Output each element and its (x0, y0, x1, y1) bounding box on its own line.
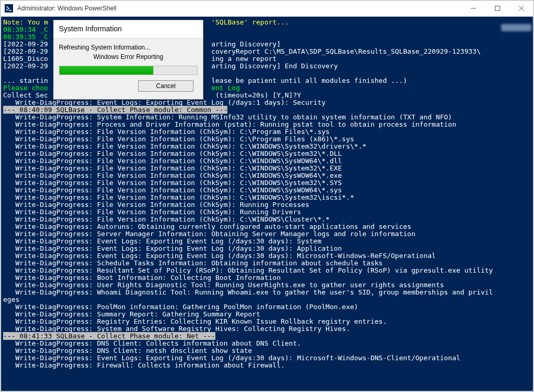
terminal-line: Write-DiagProgress: File Version Informa… (3, 209, 531, 216)
terminal-line: Write-DiagProgress: Event Logs: Exportin… (3, 252, 531, 260)
terminal-line: Write-DiagProgress: Registry Entries: Co… (3, 318, 531, 325)
terminal-line: Write-DiagProgress: File Version Informa… (3, 201, 531, 209)
terminal-line: Write-DiagProgress: DNS Client: Collects… (3, 340, 531, 347)
terminal-line: Write-DiagProgress: File Version Informa… (3, 157, 531, 165)
titlebar[interactable]: Administrator: Windows PowerShell (1, 1, 533, 17)
terminal-line: Write-DiagProgress: System and Software … (3, 325, 531, 333)
terminal-line: --- 08:40:09 SQLBase - Collect Phase mod… (3, 106, 531, 114)
terminal-line: Write-DiagProgress: Summary Report: Gath… (3, 311, 531, 318)
terminal-line: Write-DiagProgress: File Version Informa… (3, 150, 531, 157)
powershell-window: Administrator: Windows PowerShell Note: … (0, 0, 534, 392)
terminal-line: Write-DiagProgress: File Version Informa… (3, 216, 531, 223)
terminal-line: eges (3, 296, 531, 303)
terminal-line: Write-DiagProgress: PoolMon information:… (3, 303, 531, 311)
terminal-line: Write-DiagProgress: Boot Information: Co… (3, 274, 531, 281)
terminal-line: Write-DiagProgress: Schedule Tasks Infor… (3, 260, 531, 267)
terminal-line: Write-DiagProgress: Event Logs: Exportin… (3, 238, 531, 245)
terminal-line: Write-DiagProgress: File Version Informa… (3, 172, 531, 179)
dialog-body: Refreshing System Information... Windows… (54, 39, 203, 99)
svg-rect-3 (495, 6, 500, 11)
terminal-line: Write-DiagProgress: Event Logs: Exportin… (3, 99, 531, 106)
dialog-status-line: Refreshing System Information... (59, 44, 198, 51)
terminal-line: Write-DiagProgress: Resultant Set of Pol… (3, 267, 531, 274)
progress-bar (59, 66, 198, 75)
terminal-line: Write-DiagProgress: File Version Informa… (3, 143, 531, 150)
terminal-line: Write-DiagProgress: Server Manager Infor… (3, 230, 531, 238)
terminal-line: Write-DiagProgress: File Version Informa… (3, 194, 531, 201)
dialog-title: System Information (54, 20, 203, 39)
terminal-line: Write-DiagProgress: File Version Informa… (3, 179, 531, 187)
maximize-button[interactable] (486, 1, 509, 16)
redacted-region (501, 24, 531, 31)
system-information-dialog: System Information Refreshing System Inf… (53, 20, 203, 100)
close-button[interactable] (509, 1, 533, 16)
window-title: Administrator: Windows PowerShell (17, 5, 462, 12)
minimize-button[interactable] (462, 1, 486, 16)
terminal-line: Write-DiagProgress: User Rights Diagnost… (3, 281, 531, 289)
terminal-line: Write-DiagProgress: Event Logs: Exportin… (3, 245, 531, 252)
terminal-line: Write-DiagProgress: Process and Driver I… (3, 121, 531, 128)
dialog-subtask: Windows Error Reporting (59, 53, 198, 60)
terminal-line: Write-DiagProgress: Autoruns: Obtaining … (3, 223, 531, 230)
terminal-line: Write-DiagProgress: File Version Informa… (3, 128, 531, 136)
terminal-line: Write-DiagProgress: Whoami Diagnostic To… (3, 289, 531, 296)
terminal-line: --- 08:41:33 SQLBase - Collect Phase mod… (3, 333, 531, 340)
terminal-line: Write-DiagProgress: File Version Informa… (3, 187, 531, 194)
terminal-line: Write-DiagProgress: Event Logs: Exportin… (3, 354, 531, 362)
terminal-line: Write-DiagProgress: DNS Client: netsh dn… (3, 347, 531, 354)
progress-bar-fill (59, 66, 153, 75)
window-controls (462, 1, 533, 16)
powershell-icon (5, 4, 13, 13)
terminal-line: Write-DiagProgress: Firewall: Collects i… (3, 362, 531, 369)
terminal-line: Write-DiagProgress: System Information: … (3, 114, 531, 121)
cancel-button[interactable]: Cancel (138, 80, 193, 92)
terminal-line: Write-DiagProgress: File Version Informa… (3, 136, 531, 143)
terminal-line: Write-DiagProgress: File Version Informa… (3, 165, 531, 172)
